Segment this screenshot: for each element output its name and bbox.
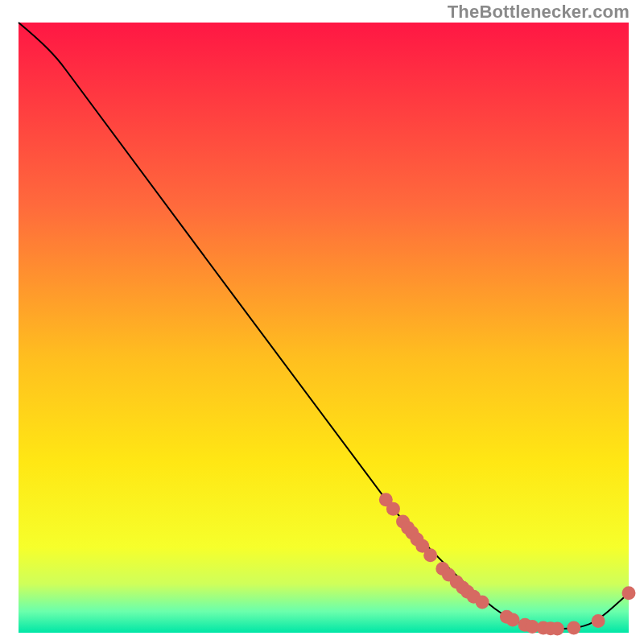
- curve-marker: [567, 621, 580, 634]
- curve-marker: [592, 614, 605, 628]
- watermark-text: TheBottlenecker.com: [448, 2, 630, 23]
- curve-marker: [386, 502, 400, 516]
- chart-stage: TheBottlenecker.com: [0, 0, 644, 644]
- gradient-background: [19, 23, 629, 633]
- curve-marker: [423, 548, 437, 562]
- curve-marker: [476, 596, 489, 609]
- curve-marker: [622, 586, 636, 600]
- chart-svg: [0, 0, 644, 644]
- curve-marker: [551, 622, 564, 636]
- curve-marker: [506, 613, 519, 627]
